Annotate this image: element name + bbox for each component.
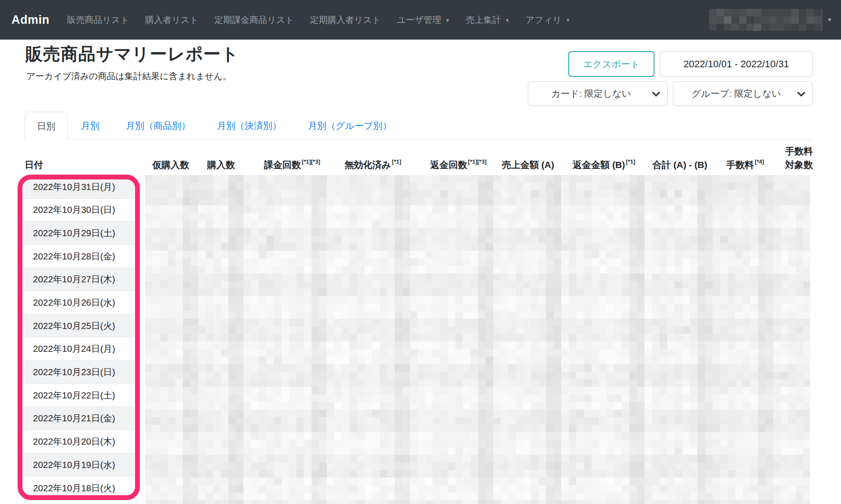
column-header-8: 合計 (A) - (B) xyxy=(646,158,707,172)
table-row-date: 2022年10月24日(月) xyxy=(25,337,135,361)
tab-3[interactable]: 月別（決済別） xyxy=(204,112,295,139)
column-header-6: 売上金額 (A) xyxy=(497,158,554,172)
tab-4[interactable]: 月別（グループ別） xyxy=(295,112,405,139)
column-header-2: 購入数 xyxy=(200,158,235,172)
tab-0[interactable]: 日別 xyxy=(25,112,68,140)
table-row-date: 2022年10月20日(木) xyxy=(25,430,135,453)
table-row-date: 2022年10月25日(火) xyxy=(25,314,135,338)
nav-menu: 販売商品リスト購入者リスト定期課金商品リスト定期購入者リストユーザ管理▼売上集計… xyxy=(67,14,570,26)
table-row-date: 2022年10月26日(水) xyxy=(25,291,135,314)
nav-item-5[interactable]: 売上集計▼ xyxy=(466,14,510,26)
table-header-row: 日付仮購入数購入数課金回数[*1][*3]無効化済み[*1]返金回数[*1][*… xyxy=(25,143,813,175)
caret-down-icon: ▼ xyxy=(566,18,570,23)
date-range-input[interactable]: 2022/10/01 - 2022/10/31 xyxy=(660,51,813,77)
table-row-date: 2022年10月18日(火) xyxy=(25,476,135,500)
footnote-marker: [*1] xyxy=(392,158,401,165)
table-row-date: 2022年10月22日(土) xyxy=(25,384,135,407)
tab-1[interactable]: 月別 xyxy=(68,112,113,139)
nav-item-3[interactable]: 定期購入者リスト xyxy=(310,14,381,26)
nav-item-label: 売上集計 xyxy=(466,14,501,26)
caret-down-icon: ▼ xyxy=(505,18,510,23)
nav-item-6[interactable]: アフィリ▼ xyxy=(526,14,570,26)
table-row-date: 2022年10月19日(水) xyxy=(25,453,135,477)
date-column: 2022年10月31日(月)2022年10月30日(日)2022年10月29日(… xyxy=(25,175,135,500)
caret-down-icon: ▼ xyxy=(445,18,450,23)
column-header-0: 日付 xyxy=(25,158,135,172)
chevron-down-icon xyxy=(652,91,660,97)
group-filter-select[interactable]: グループ: 限定しない xyxy=(673,81,813,106)
card-filter-value: カード: 限定しない xyxy=(551,88,631,100)
nav-item-4[interactable]: ユーザ管理▼ xyxy=(397,14,450,26)
page-title: 販売商品サマリーレポート xyxy=(26,42,239,66)
column-header-9: 手数料[*4] xyxy=(718,158,764,172)
table-row-date: 2022年10月21日(金) xyxy=(25,407,135,430)
table-row-date: 2022年10月30日(日) xyxy=(25,199,135,222)
footnote-marker: [*1] xyxy=(626,158,635,165)
table-row-date: 2022年10月23日(日) xyxy=(25,361,135,384)
redacted-table-data xyxy=(145,175,810,504)
column-header-7: 返金金額 (B)[*1] xyxy=(565,158,635,172)
export-button[interactable]: エクスポート xyxy=(568,51,655,77)
chevron-down-icon xyxy=(797,91,805,97)
column-header-1: 仮購入数 xyxy=(145,158,189,172)
nav-item-2[interactable]: 定期課金商品リスト xyxy=(214,14,294,26)
group-filter-value: グループ: 限定しない xyxy=(691,88,781,100)
column-header-5: 返金回数[*1][*3] xyxy=(412,158,486,172)
column-header-10: 手数料対象数 xyxy=(775,145,813,172)
nav-item-label: ユーザ管理 xyxy=(397,14,441,26)
table-row-date: 2022年10月27日(木) xyxy=(25,268,135,292)
nav-item-1[interactable]: 購入者リスト xyxy=(145,14,198,26)
table-row-date: 2022年10月31日(月) xyxy=(25,175,135,199)
nav-item-label: 定期購入者リスト xyxy=(310,14,381,26)
page-subtitle: アーカイブ済みの商品は集計結果に含まれません。 xyxy=(26,70,231,82)
brand-logo[interactable]: Admin xyxy=(11,13,50,27)
footnote-marker: [*4] xyxy=(755,158,764,165)
tab-2[interactable]: 月別（商品別） xyxy=(113,112,204,139)
footnote-marker: [*1][*3] xyxy=(302,158,320,165)
report-tabs: 日別月別月別（商品別）月別（決済別）月別（グループ別） xyxy=(25,112,813,140)
footnote-marker: [*1][*3] xyxy=(468,158,486,165)
user-menu[interactable]: ▼ xyxy=(709,0,832,40)
nav-item-label: 定期課金商品リスト xyxy=(214,14,294,26)
top-navbar: Admin 販売商品リスト購入者リスト定期課金商品リスト定期購入者リストユーザ管… xyxy=(0,0,841,40)
chevron-down-icon: ▼ xyxy=(827,17,832,23)
table-row-date: 2022年10月28日(金) xyxy=(25,245,135,268)
column-header-3: 課金回数[*1][*3] xyxy=(245,158,320,172)
nav-item-label: 販売商品リスト xyxy=(67,14,129,26)
redacted-username xyxy=(709,9,823,31)
column-header-4: 無効化済み[*1] xyxy=(331,158,401,172)
nav-item-label: アフィリ xyxy=(526,14,562,26)
table-row-date: 2022年10月29日(土) xyxy=(25,222,135,245)
nav-item-label: 購入者リスト xyxy=(145,14,198,26)
nav-item-0[interactable]: 販売商品リスト xyxy=(67,14,129,26)
card-filter-select[interactable]: カード: 限定しない xyxy=(528,81,668,106)
